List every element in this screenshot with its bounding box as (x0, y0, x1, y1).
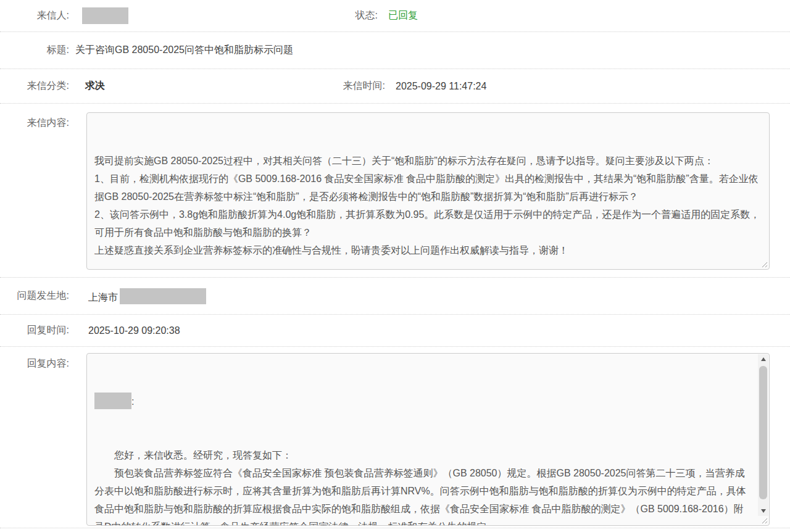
sender-label: 来信人: (0, 9, 69, 22)
scroll-up-icon (761, 357, 766, 361)
title-label: 标题: (0, 44, 69, 57)
scroll-down-icon (761, 509, 766, 513)
resize-grip-icon[interactable] (761, 261, 768, 268)
scrollbar-thumb[interactable] (759, 366, 767, 499)
location-label: 问题发生地: (0, 289, 69, 302)
sender-redacted-box (82, 7, 128, 24)
status-badge: 已回复 (388, 9, 418, 22)
resize-grip-icon[interactable] (761, 517, 768, 524)
reply-time-value: 2025-10-29 09:20:38 (88, 325, 180, 336)
scroll-down-button[interactable] (758, 506, 768, 516)
reply-body-text: 您好，来信收悉。经研究，现答复如下： 预包装食品营养标签应符合《食品安全国家标准… (94, 446, 748, 526)
reply-time-label: 回复时间: (0, 324, 69, 337)
reply-content-textarea[interactable]: : 您好，来信收悉。经研究，现答复如下： 预包装食品营养标签应符合《食品安全国家… (86, 353, 770, 526)
reply-scrollbar[interactable] (758, 354, 768, 516)
letter-content-text: 我司提前实施GB 28050-2025过程中，对其相关问答（二十三）关于“饱和脂… (94, 152, 762, 259)
scroll-up-button[interactable] (758, 354, 768, 364)
status-label: 状态: (328, 9, 378, 22)
letter-time-value: 2025-09-29 11:47:24 (396, 81, 486, 92)
location-redacted-box (120, 288, 206, 304)
letter-time-label: 来信时间: (336, 80, 385, 93)
letter-content-label: 来信内容: (0, 112, 69, 130)
reply-salutation: : (94, 393, 748, 410)
category-value: 求决 (85, 80, 336, 93)
row-category-time: 来信分类: 求决 来信时间: 2025-09-29 11:47:24 (0, 69, 790, 104)
category-label: 来信分类: (0, 80, 69, 93)
letter-content-textarea[interactable]: 我司提前实施GB 28050-2025过程中，对其相关问答（二十三）关于“饱和脂… (86, 112, 770, 270)
location-prefix: 上海市 (88, 292, 118, 302)
location-value: 上海市 (88, 288, 206, 304)
reply-recipient-redacted-box (94, 393, 131, 409)
row-location: 问题发生地: 上海市 (0, 278, 790, 315)
row-reply-time: 回复时间: 2025-10-29 09:20:38 (0, 315, 790, 347)
reply-salutation-colon: : (131, 396, 134, 407)
row-sender-status: 来信人: 状态: 已回复 (0, 0, 790, 32)
row-title: 标题: 关于咨询GB 28050-2025问答中饱和脂肪标示问题 (0, 32, 790, 69)
reply-content-label: 回复内容: (0, 353, 69, 370)
sender-value (69, 7, 328, 24)
row-reply-content: 回复内容: : 您好，来信收悉。经研究，现答复如下： 预包装食品营养标签应符合《… (0, 347, 790, 528)
letter-detail-page: 来信人: 状态: 已回复 标题: 关于咨询GB 28050-2025问答中饱和脂… (0, 0, 790, 528)
row-letter-content: 来信内容: 我司提前实施GB 28050-2025过程中，对其相关问答（二十三）… (0, 104, 790, 278)
letter-title: 关于咨询GB 28050-2025问答中饱和脂肪标示问题 (75, 44, 293, 57)
